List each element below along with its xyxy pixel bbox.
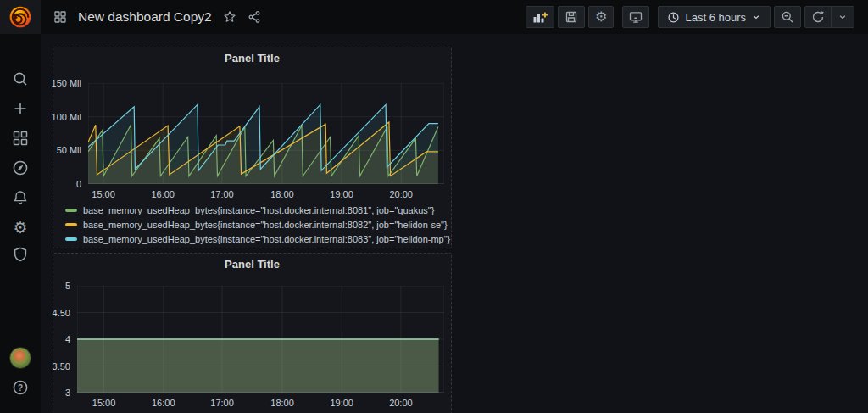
- refresh-button[interactable]: [804, 6, 832, 28]
- y-axis-tick-label: 4.50: [53, 308, 70, 318]
- dashboard-icon: [53, 10, 67, 24]
- sidebar-item-dashboards[interactable]: [12, 130, 29, 147]
- time-series-chart[interactable]: 150 Mil100 Mil50 Mil015:0016:0017:0018:0…: [88, 83, 444, 184]
- legend-item[interactable]: base_memory_usedHeap_bytes{instance="hos…: [65, 218, 450, 231]
- time-range-label: Last 6 hours: [685, 11, 746, 24]
- top-nav: New dashboard Copy2: [0, 0, 868, 34]
- sidebar-item-server-admin[interactable]: [12, 246, 29, 263]
- sidebar-item-search[interactable]: [12, 70, 29, 87]
- breadcrumb: New dashboard Copy2: [41, 9, 261, 25]
- sidebar-item-help[interactable]: ?: [12, 379, 29, 396]
- user-avatar[interactable]: [9, 347, 31, 369]
- legend-series-label: base_memory_usedHeap_bytes{instance="hos…: [83, 205, 434, 215]
- sidebar-item-configuration[interactable]: ⚙: [12, 219, 29, 236]
- sidebar-item-alerting[interactable]: [12, 189, 29, 206]
- legend-series-label: base_memory_usedHeap_bytes{instance="hos…: [83, 234, 450, 244]
- save-icon: [565, 10, 578, 24]
- x-axis-tick-label: 20:00: [389, 398, 413, 408]
- alerting-bell-icon: [12, 189, 29, 206]
- save-dashboard-button[interactable]: [558, 6, 585, 28]
- grafana-app: New dashboard Copy2: [0, 0, 868, 413]
- chevron-down-icon: [751, 12, 761, 22]
- monitor-icon: [629, 10, 643, 24]
- grafana-logo[interactable]: [0, 0, 41, 34]
- x-axis-tick-label: 19:00: [330, 398, 353, 408]
- explore-compass-icon: [12, 159, 29, 176]
- y-axis-tick-label: 50 Mil: [57, 145, 81, 155]
- y-axis-tick-label: 3: [65, 388, 70, 398]
- search-icon: [12, 70, 29, 87]
- cycle-view-mode-button[interactable]: [622, 6, 649, 28]
- panel-title[interactable]: Panel Title: [53, 254, 451, 276]
- panel-title[interactable]: Panel Title: [53, 47, 451, 70]
- dashboard-title[interactable]: New dashboard Copy2: [78, 9, 212, 25]
- legend-series-label: base_memory_usedHeap_bytes{instance="hos…: [83, 220, 448, 230]
- dashboards-grid-icon: [12, 130, 29, 147]
- dashboard-toolbar: ⚙ Last 6 hours: [526, 6, 854, 28]
- y-axis-tick-label: 0: [76, 179, 81, 189]
- x-axis-tick-label: 20:00: [389, 189, 413, 199]
- legend-item[interactable]: base_memory_usedHeap_bytes{instance="hos…: [65, 204, 450, 216]
- legend-series-swatch: [65, 237, 77, 241]
- x-axis-tick-label: 19:00: [330, 189, 353, 199]
- legend-series-swatch: [65, 209, 77, 212]
- share-icon[interactable]: [248, 10, 261, 24]
- legend-series-swatch: [65, 223, 77, 226]
- sidebar-item-create[interactable]: [12, 100, 29, 117]
- chart-legend: base_memory_usedHeap_bytes{instance="hos…: [65, 204, 450, 245]
- svg-text:?: ?: [18, 383, 23, 393]
- x-axis-tick-label: 17:00: [210, 398, 234, 408]
- y-axis-tick-label: 100 Mil: [52, 112, 81, 122]
- legend-item[interactable]: base_memory_usedHeap_bytes{instance="hos…: [65, 232, 450, 245]
- sidebar: ⚙ ?: [0, 34, 41, 413]
- sidebar-item-explore[interactable]: [12, 159, 29, 176]
- gear-icon: ⚙: [595, 10, 607, 24]
- zoom-out-button[interactable]: [774, 6, 801, 28]
- refresh-interval-dropdown[interactable]: [831, 6, 854, 28]
- shield-icon: [12, 246, 29, 263]
- x-axis-tick-label: 15:00: [92, 189, 115, 199]
- x-axis-tick-label: 17:00: [210, 189, 234, 199]
- y-axis-tick-label: 5: [65, 281, 70, 291]
- x-axis-tick-label: 16:00: [152, 398, 175, 408]
- bar-chart-plus-icon: [532, 10, 548, 24]
- x-axis-tick-label: 15:00: [92, 398, 116, 408]
- chevron-down-icon: [837, 12, 848, 22]
- clock-icon: [667, 11, 680, 24]
- refresh-icon: [811, 10, 825, 24]
- time-series-chart[interactable]: 54.5043.50315:0016:0017:0018:0019:0020:0…: [77, 286, 444, 393]
- x-axis-tick-label: 16:00: [151, 189, 175, 199]
- help-question-icon: ?: [12, 379, 29, 396]
- time-range-picker[interactable]: Last 6 hours: [658, 6, 771, 28]
- plus-icon: [12, 100, 29, 117]
- y-axis-tick-label: 4: [65, 334, 70, 344]
- graph-panel-flat: Panel Title 54.5043.50315:0016:0017:0018…: [53, 253, 452, 413]
- dashboard-settings-button[interactable]: ⚙: [588, 6, 614, 28]
- add-panel-button[interactable]: [526, 6, 554, 28]
- grafana-logo-icon: [8, 4, 33, 30]
- star-icon[interactable]: [223, 10, 236, 24]
- y-axis-tick-label: 3.50: [53, 361, 70, 371]
- y-axis-tick-label: 150 Mil: [52, 78, 81, 88]
- graph-panel-memory: Panel Title 150 Mil100 Mil50 Mil015:0016…: [53, 47, 452, 248]
- magnifier-minus-icon: [781, 10, 794, 24]
- configuration-gear-icon: ⚙: [13, 220, 27, 236]
- x-axis-tick-label: 18:00: [270, 398, 294, 408]
- x-axis-tick-label: 18:00: [270, 189, 294, 199]
